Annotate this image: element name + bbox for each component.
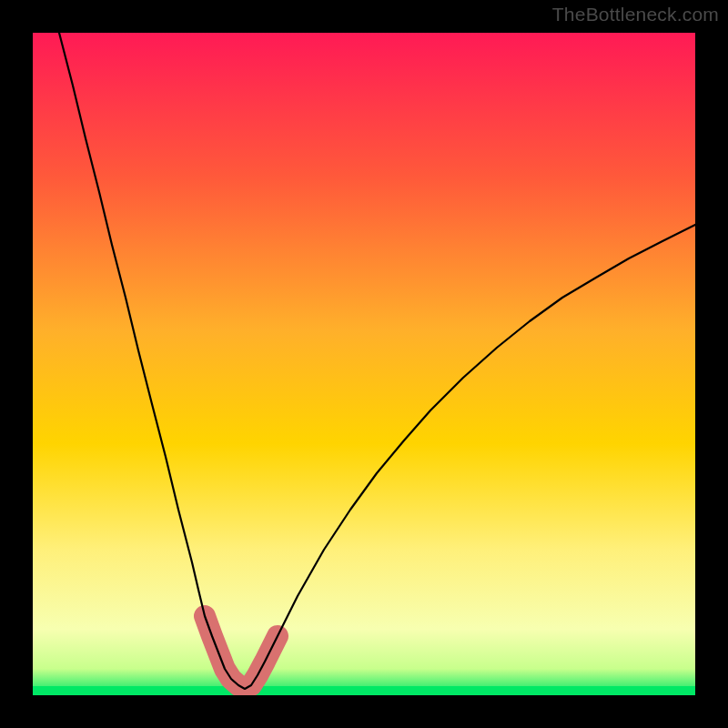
chart-svg	[33, 33, 695, 695]
bottleneck-chart	[33, 33, 695, 695]
chart-frame: TheBottleneck.com	[0, 0, 728, 728]
watermark-text: TheBottleneck.com	[552, 4, 719, 25]
green-baseline	[33, 686, 695, 695]
gradient-background	[33, 33, 695, 695]
